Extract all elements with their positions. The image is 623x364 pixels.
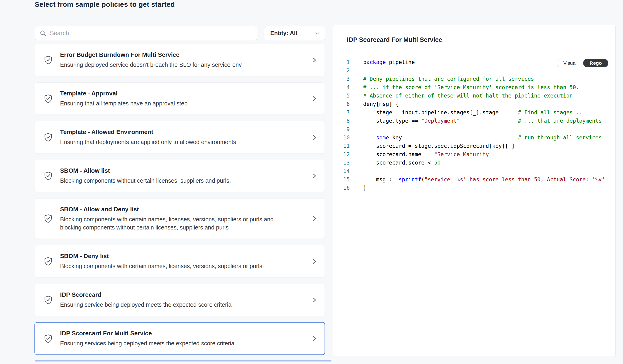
code-line: scorecard.name == "Service Maturity" — [363, 150, 615, 158]
policy-card[interactable]: Template - ApprovalEnsuring that all tem… — [35, 82, 325, 115]
shield-check-icon — [43, 295, 53, 305]
chevron-down-icon — [314, 30, 320, 36]
policy-card-text: Error Budget Burndown For Multi ServiceE… — [60, 51, 311, 69]
code-line: some key # run through all services — [363, 133, 615, 142]
policy-title: SBOM - Allow and Deny list — [60, 206, 311, 213]
shield-check-icon — [43, 55, 53, 65]
shield-check-icon — [43, 333, 53, 344]
chevron-right-icon — [311, 172, 318, 180]
policy-description: Ensuring service being deployed meets th… — [60, 301, 274, 309]
chevron-right-icon — [311, 335, 318, 342]
shield-check-icon — [43, 171, 53, 181]
policy-card-text: SBOM - Allow listBlocking components wit… — [60, 167, 311, 185]
policy-card[interactable]: IDP ScorecardEnsuring service being depl… — [35, 284, 325, 316]
preview-title: IDP Scorecard For Multi Service — [347, 36, 442, 43]
code-line: scorecard.score < 50 — [363, 158, 615, 167]
line-number: 6 — [334, 100, 361, 108]
code-line: deny[msg] { — [363, 100, 615, 108]
line-number: 5 — [334, 91, 361, 100]
entity-filter-dropdown[interactable]: Entity: All — [264, 26, 325, 40]
policy-card[interactable]: SBOM - Deny listBlocking components with… — [35, 245, 325, 278]
shield-check-icon — [43, 93, 53, 104]
policy-card-text: SBOM - Deny listBlocking components with… — [60, 252, 311, 270]
policy-title: SBOM - Deny list — [60, 252, 311, 260]
code-line: stage.type == "Deployment" # ... that ar… — [363, 117, 615, 125]
chevron-right-icon — [311, 258, 318, 265]
code-line — [363, 66, 615, 75]
policy-card-text: IDP ScorecardEnsuring service being depl… — [60, 291, 311, 309]
policy-card[interactable]: IDP Scorecard For Multi ServiceEnsuring … — [35, 322, 325, 355]
code-line: msg := sprintf("service '%s' has score l… — [363, 175, 615, 184]
policy-description: Blocking components without certain lice… — [60, 177, 274, 185]
view-mode-visual-button[interactable]: Visual — [557, 59, 583, 67]
code-editor[interactable]: 12345678910111213141516 package pipeline… — [334, 55, 615, 202]
chevron-right-icon — [311, 56, 318, 64]
policy-list: Error Budget Burndown For Multi ServiceE… — [35, 44, 325, 355]
policy-preview-panel: IDP Scorecard For Multi Service VisualRe… — [333, 25, 616, 357]
line-number: 14 — [334, 167, 361, 175]
code-line: } — [363, 184, 615, 192]
line-number: 1 — [334, 58, 361, 66]
policy-title: Template - Allowed Environment — [60, 128, 311, 136]
policy-card-text: SBOM - Allow and Deny listBlocking compo… — [60, 206, 311, 232]
code-line: stage = input.pipeline.stages[_].stage #… — [363, 108, 615, 117]
policy-card[interactable]: SBOM - Allow listBlocking components wit… — [35, 160, 325, 192]
policy-toolbar: Entity: All — [35, 26, 325, 40]
shield-check-icon — [43, 213, 53, 224]
shield-check-icon — [43, 256, 53, 267]
code-line — [363, 125, 615, 133]
policy-description: Ensuring services being deployed meets t… — [60, 339, 274, 347]
chevron-right-icon — [311, 296, 318, 304]
policy-card-text: Template - ApprovalEnsuring that all tem… — [60, 90, 311, 107]
line-number: 4 — [334, 83, 361, 91]
line-number: 9 — [334, 125, 361, 133]
code-line — [363, 167, 615, 175]
policy-title: SBOM - Allow list — [60, 167, 311, 174]
search-input[interactable] — [50, 30, 252, 37]
entity-filter-label: Entity: All — [270, 30, 297, 37]
policy-title: IDP Scorecard — [60, 291, 311, 299]
page-title: Select from sample policies to get start… — [35, 0, 175, 8]
policy-title: Error Budget Burndown For Multi Service — [60, 51, 311, 59]
line-number: 16 — [334, 184, 361, 192]
line-number: 11 — [334, 142, 361, 150]
line-number: 12 — [334, 150, 361, 158]
search-box[interactable] — [35, 26, 257, 40]
preview-header: IDP Scorecard For Multi Service — [334, 25, 615, 55]
view-mode-rego-button[interactable]: Rego — [583, 59, 609, 67]
policy-description: Ensuring that all templates have an appr… — [60, 99, 274, 107]
line-number: 7 — [334, 108, 361, 117]
policy-card[interactable]: Template - Allowed EnvironmentEnsuring t… — [35, 121, 325, 153]
policy-card[interactable]: SBOM - Allow and Deny listBlocking compo… — [35, 198, 325, 239]
policy-card[interactable]: Error Budget Burndown For Multi ServiceE… — [35, 44, 325, 76]
policy-description: Ensuring deployed service doesn't breach… — [60, 61, 274, 69]
policy-description: Blocking components with certain names, … — [60, 215, 274, 232]
scroll-position-indicator — [35, 361, 332, 362]
code-content[interactable]: package pipeline # Deny pipelines that a… — [363, 55, 615, 202]
view-mode-toggle[interactable]: VisualRego — [557, 59, 608, 67]
line-number: 3 — [334, 75, 361, 83]
code-line: # Absence of either of these will not ha… — [363, 91, 615, 100]
policy-title: Template - Approval — [60, 90, 311, 97]
policy-title: IDP Scorecard For Multi Service — [60, 330, 311, 337]
code-line: scorecard = stage.spec.idpScorecard[key]… — [363, 142, 615, 150]
line-number: 8 — [334, 117, 361, 125]
shield-check-icon — [43, 132, 53, 143]
line-number-gutter: 12345678910111213141516 — [334, 55, 361, 202]
line-number: 15 — [334, 175, 361, 184]
line-number: 10 — [334, 133, 361, 142]
code-line: # Deny pipelines that are configured for… — [363, 75, 615, 83]
search-icon — [40, 30, 46, 37]
line-number: 13 — [334, 158, 361, 167]
chevron-right-icon — [311, 134, 318, 141]
policy-card-text: Template - Allowed EnvironmentEnsuring t… — [60, 128, 311, 146]
chevron-right-icon — [311, 95, 318, 102]
line-number: 2 — [334, 66, 361, 75]
chevron-right-icon — [311, 215, 318, 222]
policy-description: Blocking components with certain names, … — [60, 262, 274, 270]
code-line: # ... if the score of 'Service Maturity'… — [363, 83, 615, 91]
policy-description: Ensuring that deployments are applied on… — [60, 138, 274, 146]
policy-card-text: IDP Scorecard For Multi ServiceEnsuring … — [60, 330, 311, 347]
